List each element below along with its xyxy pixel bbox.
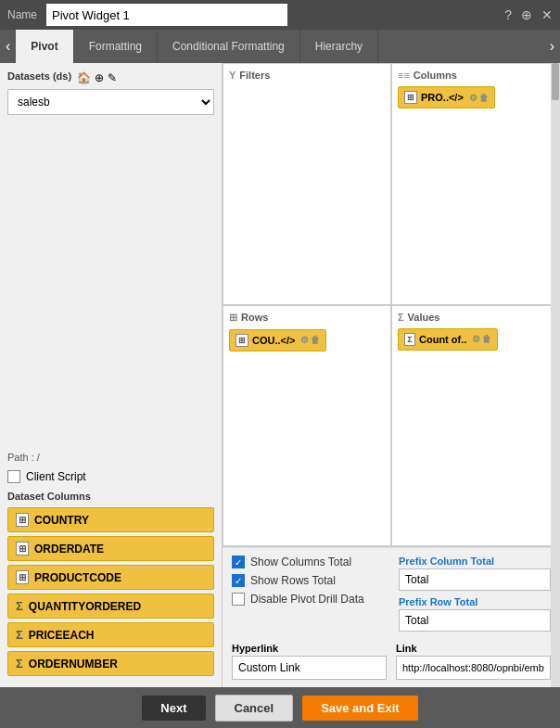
filters-icon: Y [229, 70, 235, 81]
right-panel: Y Filters ≡≡ Columns ⊞ PRO..</> ⚙ [223, 63, 560, 687]
values-label: Values [408, 312, 440, 323]
count-chip-icon: Σ [404, 333, 415, 346]
values-icon: Σ [398, 312, 404, 323]
columns-icon: ≡≡ [398, 70, 410, 81]
rows-icon: ⊞ [229, 312, 237, 324]
close-icon[interactable]: ✕ [541, 7, 553, 22]
columns-chip-pro[interactable]: ⊞ PRO..</> ⚙ 🗑 [398, 86, 495, 109]
pivot-widget-window: Name ? ⊕ ✕ ‹ Pivot Formatting Conditiona… [0, 0, 560, 728]
client-script-checkbox[interactable] [7, 470, 20, 483]
country-label: COUNTRY [34, 514, 89, 527]
col-chip-productcode[interactable]: ⊞ PRODUCTCODE [7, 565, 214, 590]
disable-pivot-drill-label: Disable Pivot Drill Data [250, 593, 364, 606]
hyperlink-select[interactable]: Custom Link None [232, 656, 387, 680]
bottom-options: Show Columns Total Show Rows Total Disab… [223, 547, 560, 687]
quantityordered-type-icon: Σ [16, 599, 23, 613]
priceeach-type-icon: Σ [16, 628, 23, 642]
next-button[interactable]: Next [142, 696, 205, 721]
tab-formatting[interactable]: Formatting [74, 30, 158, 63]
hyperlink-select-wrap: Custom Link None [232, 656, 387, 680]
rows-chip-cou[interactable]: ⊞ COU..</> ⚙ 🗑 [229, 329, 326, 351]
cou-chip-settings-icon[interactable]: ⚙ [300, 335, 309, 345]
tab-next-icon[interactable]: › [544, 30, 560, 63]
ordernumber-type-icon: Σ [16, 657, 23, 671]
left-panel: Datasets (ds) 🏠 ⊕ ✎ salesb Path : / [0, 63, 223, 687]
hyperlink-label: Hyperlink [232, 643, 387, 654]
title-bar: Name ? ⊕ ✕ [0, 0, 560, 30]
values-chip-count[interactable]: Σ Count of.. ⚙ 🗑 [398, 328, 498, 351]
footer: Next Cancel Save and Exit [0, 687, 560, 728]
main-area: Datasets (ds) 🏠 ⊕ ✎ salesb Path : / [0, 63, 560, 687]
name-label: Name [7, 8, 37, 21]
dataset-select-wrap: salesb [7, 89, 214, 450]
datasets-label: Datasets (ds) [7, 70, 71, 82]
link-col: Link [396, 643, 551, 680]
scrollbar[interactable] [551, 63, 560, 687]
link-label: Link [396, 643, 551, 654]
tab-pivot[interactable]: Pivot [16, 30, 73, 63]
dataset-icons: 🏠 ⊕ ✎ [77, 71, 117, 84]
dataset-columns-label: Dataset Columns [7, 491, 214, 502]
scrollbar-thumb[interactable] [552, 63, 559, 100]
show-rows-total-label: Show Rows Total [250, 574, 336, 587]
cou-chip-icon: ⊞ [235, 334, 248, 347]
filters-header: Y Filters [229, 70, 385, 81]
count-chip-actions: ⚙ 🗑 [472, 334, 491, 344]
cou-chip-label: COU..</> [252, 335, 295, 346]
columns-header: ≡≡ Columns [398, 70, 554, 81]
save-exit-button[interactable]: Save and Exit [302, 696, 418, 721]
col-chip-country[interactable]: ⊞ COUNTRY [7, 507, 214, 532]
orderdate-type-icon: ⊞ [16, 542, 29, 556]
col-chip-quantityordered[interactable]: Σ QUANTITYORDERED [7, 594, 214, 619]
tab-bar: ‹ Pivot Formatting Conditional Formattin… [0, 30, 560, 63]
hyperlink-row: Hyperlink Custom Link None Link [232, 643, 551, 680]
col-chip-priceeach[interactable]: Σ PRICEEACH [7, 622, 214, 647]
columns-label: Columns [414, 70, 457, 81]
country-type-icon: ⊞ [16, 513, 29, 527]
orderdate-label: ORDERDATE [34, 543, 104, 556]
home-icon[interactable]: 🏠 [77, 71, 91, 84]
count-chip-delete-icon[interactable]: 🗑 [482, 334, 491, 344]
cancel-button[interactable]: Cancel [215, 695, 294, 722]
pro-chip-delete-icon[interactable]: 🗑 [479, 93, 489, 103]
pivot-grid: Y Filters ≡≡ Columns ⊞ PRO..</> ⚙ [223, 63, 560, 547]
priceeach-label: PRICEEACH [29, 629, 95, 642]
ordernumber-label: ORDERNUMBER [29, 658, 118, 671]
prefix-row-total-group: Prefix Row Total [399, 596, 551, 632]
client-script-label: Client Script [26, 470, 86, 483]
count-chip-settings-icon[interactable]: ⚙ [472, 334, 480, 344]
tab-conditional-formatting[interactable]: Conditional Formatting [158, 30, 300, 63]
values-header: Σ Values [398, 312, 554, 323]
col-chip-ordernumber[interactable]: Σ ORDERNUMBER [7, 651, 214, 676]
dataset-select[interactable]: salesb [7, 89, 214, 115]
show-rows-total-checkbox[interactable] [232, 574, 245, 587]
edit-dataset-icon[interactable]: ✎ [108, 71, 117, 84]
pro-chip-label: PRO..</> [421, 92, 464, 103]
add-dataset-icon[interactable]: ⊕ [95, 71, 104, 84]
filters-cell: Y Filters [223, 63, 391, 305]
title-input[interactable] [46, 4, 287, 26]
rows-header: ⊞ Rows [229, 312, 385, 324]
right-options: Prefix Column Total Prefix Row Total [399, 556, 551, 637]
cou-chip-delete-icon[interactable]: 🗑 [311, 335, 320, 345]
pro-chip-settings-icon[interactable]: ⚙ [469, 93, 477, 103]
show-columns-total-checkbox[interactable] [232, 556, 245, 568]
pro-chip-actions: ⚙ 🗑 [469, 93, 489, 103]
col-chip-orderdate[interactable]: ⊞ ORDERDATE [7, 536, 214, 561]
path-row: Path : / [7, 452, 214, 463]
tab-hierarchy[interactable]: Hierarchy [300, 30, 378, 63]
prefix-row-total-input[interactable] [399, 609, 551, 632]
show-columns-total-label: Show Columns Total [250, 556, 351, 568]
prefix-column-total-input[interactable] [399, 568, 551, 591]
help-icon[interactable]: ? [504, 7, 512, 22]
pro-chip-icon: ⊞ [404, 91, 417, 104]
link-input[interactable] [396, 656, 551, 680]
count-chip-label: Count of.. [419, 334, 466, 345]
rows-cell: ⊞ Rows ⊞ COU..</> ⚙ 🗑 [223, 305, 391, 547]
tab-prev-icon[interactable]: ‹ [0, 30, 16, 63]
disable-pivot-drill-checkbox[interactable] [232, 593, 245, 606]
prefix-row-total-label: Prefix Row Total [399, 596, 551, 607]
quantityordered-label: QUANTITYORDERED [29, 600, 141, 613]
move-icon[interactable]: ⊕ [521, 7, 532, 22]
hyperlink-col: Hyperlink Custom Link None [232, 643, 387, 680]
